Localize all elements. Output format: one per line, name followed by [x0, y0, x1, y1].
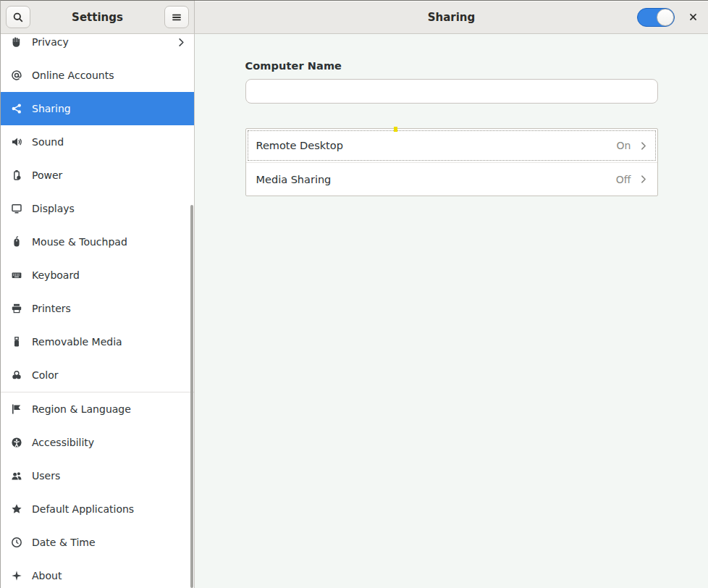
sidebar-item-label: Accessibility: [32, 437, 94, 448]
computer-name-input[interactable]: [245, 79, 658, 104]
share-icon: [11, 103, 22, 114]
sidebar-item-label: Power: [32, 169, 62, 181]
row-label: Remote Desktop: [256, 140, 343, 151]
battery-icon: [11, 169, 22, 181]
accessibility-icon: [11, 437, 22, 448]
sidebar-item-online-accounts[interactable]: Online Accounts: [1, 59, 194, 92]
toggle-knob: [657, 9, 674, 26]
sidebar-scrollbar[interactable]: [190, 205, 193, 588]
chevron-right-icon: [639, 140, 649, 151]
window-body: PrivacyOnline AccountsSharingSoundPowerD…: [1, 34, 708, 588]
sharing-options-card: Remote DesktopOnMedia SharingOff: [245, 128, 658, 196]
sidebar-item-accessibility[interactable]: Accessibility: [1, 426, 194, 459]
sidebar-item-printers[interactable]: Printers: [1, 292, 194, 325]
star-icon: [11, 503, 22, 515]
focus-marker: [394, 127, 397, 132]
sidebar-item-label: Displays: [32, 203, 75, 214]
display-icon: [11, 203, 22, 214]
computer-name-label: Computer Name: [245, 60, 658, 72]
row-label: Media Sharing: [256, 174, 332, 185]
sharing-panel: Computer Name Remote DesktopOnMedia Shar…: [195, 34, 708, 588]
sidebar-item-privacy[interactable]: Privacy: [1, 34, 194, 59]
sidebar-item-removable-media[interactable]: Removable Media: [1, 325, 194, 358]
row-status: On: [617, 140, 631, 151]
sidebar: PrivacyOnline AccountsSharingSoundPowerD…: [1, 34, 195, 588]
close-icon: [687, 12, 699, 23]
sparkle-icon: [11, 570, 22, 581]
panel-content: Computer Name Remote DesktopOnMedia Shar…: [245, 60, 658, 196]
sidebar-item-default-applications[interactable]: Default Applications: [1, 492, 194, 526]
sidebar-item-region-language[interactable]: Region & Language: [1, 392, 194, 426]
sidebar-item-label: Privacy: [32, 36, 69, 48]
row-remote-desktop[interactable]: Remote DesktopOn: [246, 129, 657, 162]
keyboard-icon: [11, 269, 22, 281]
menu-button[interactable]: [164, 6, 189, 28]
header-bar: Settings Sharing: [1, 1, 708, 34]
row-status: Off: [616, 174, 631, 185]
sidebar-item-keyboard[interactable]: Keyboard: [1, 259, 194, 292]
at-icon: [11, 70, 22, 81]
sidebar-item-label: Mouse & Touchpad: [32, 236, 127, 248]
sidebar-item-label: Region & Language: [32, 403, 131, 415]
mouse-icon: [11, 236, 22, 248]
speaker-icon: [11, 136, 22, 148]
sidebar-item-label: Keyboard: [32, 269, 80, 281]
sidebar-item-label: Color: [32, 369, 59, 381]
sidebar-item-color[interactable]: Color: [1, 358, 194, 392]
clock-icon: [11, 537, 22, 548]
close-button[interactable]: [682, 7, 704, 28]
sidebar-item-label: Date & Time: [32, 537, 96, 548]
sharing-master-toggle[interactable]: [637, 8, 675, 27]
usb-icon: [11, 336, 22, 348]
flag-icon: [11, 403, 22, 415]
sidebar-item-label: Printers: [32, 303, 71, 314]
panel-title: Sharing: [428, 11, 476, 24]
sidebar-item-sound[interactable]: Sound: [1, 125, 194, 159]
sidebar-item-label: Removable Media: [32, 336, 122, 348]
hand-icon: [11, 36, 22, 48]
sidebar-item-power[interactable]: Power: [1, 159, 194, 192]
users-icon: [11, 470, 22, 482]
sidebar-item-label: Users: [32, 470, 60, 482]
sidebar-header: Settings: [1, 1, 195, 34]
panel-header: Sharing: [195, 1, 708, 34]
sidebar-item-users[interactable]: Users: [1, 459, 194, 492]
sidebar-item-sharing[interactable]: Sharing: [1, 92, 194, 125]
sidebar-item-label: About: [32, 570, 62, 581]
chevron-right-icon: [639, 175, 649, 185]
app-title: Settings: [72, 11, 123, 24]
color-icon: [11, 369, 22, 381]
search-button[interactable]: [6, 6, 30, 28]
printer-icon: [11, 303, 22, 314]
sidebar-list: PrivacyOnline AccountsSharingSoundPowerD…: [1, 34, 194, 588]
search-icon: [12, 12, 24, 23]
sidebar-item-label: Online Accounts: [32, 70, 114, 81]
sidebar-item-displays[interactable]: Displays: [1, 192, 194, 225]
hamburger-menu-icon: [171, 12, 182, 23]
sidebar-item-label: Sound: [32, 136, 64, 148]
settings-window: Settings Sharing PrivacyOnline AccountsS…: [0, 0, 708, 588]
sidebar-item-mouse-touchpad[interactable]: Mouse & Touchpad: [1, 225, 194, 259]
sidebar-item-label: Sharing: [32, 103, 71, 114]
sidebar-item-date-time[interactable]: Date & Time: [1, 526, 194, 559]
row-media-sharing[interactable]: Media SharingOff: [246, 162, 657, 196]
chevron-right-icon: [175, 36, 187, 48]
sidebar-item-about[interactable]: About: [1, 559, 194, 588]
sidebar-item-label: Default Applications: [32, 503, 134, 515]
